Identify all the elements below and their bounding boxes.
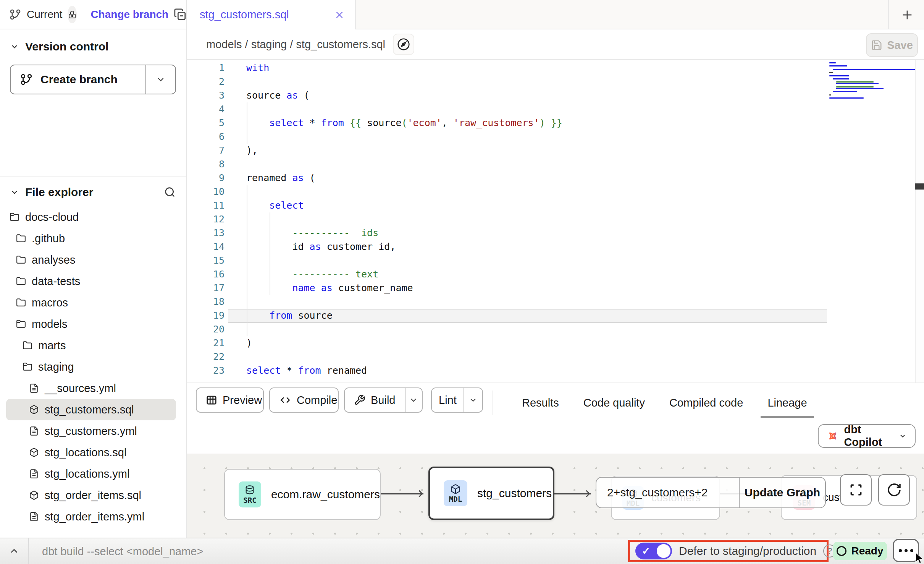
tree-item-models[interactable]: models xyxy=(6,313,176,335)
code-line-3[interactable]: source as ( xyxy=(246,89,562,102)
scrollbar-thumb[interactable] xyxy=(915,183,924,190)
lint-button[interactable]: Lint xyxy=(431,387,483,413)
code-line-20[interactable] xyxy=(246,323,562,336)
dbt-copilot-button[interactable]: dbt Copilot xyxy=(818,424,916,448)
code-line-7[interactable]: ), xyxy=(246,144,562,157)
code-line-22[interactable] xyxy=(246,350,562,364)
version-control-header[interactable]: Version control xyxy=(0,29,186,56)
lineage-selector-input[interactable]: 2+stg_customers+2 xyxy=(596,478,739,507)
command-input[interactable]: dbt build --select <model_name> xyxy=(42,538,203,564)
folder-open-icon xyxy=(23,362,32,372)
code-content[interactable]: with source as ( select * from {{ source… xyxy=(246,61,562,378)
code-line-5[interactable]: select * from {{ source('ecom', 'raw_cus… xyxy=(246,116,562,130)
folder-icon xyxy=(16,276,26,286)
create-branch-dropdown[interactable] xyxy=(145,65,175,94)
folder-icon xyxy=(16,255,26,265)
search-icon[interactable] xyxy=(164,186,176,198)
code-line-11[interactable]: select xyxy=(246,199,562,212)
code-line-19[interactable]: from source xyxy=(246,309,562,323)
version-control-title: Version control xyxy=(25,40,108,53)
node-label: ecom.raw_customers xyxy=(271,488,380,501)
code-line-13[interactable]: ---------- ids xyxy=(246,226,562,240)
code-line-4[interactable] xyxy=(246,102,562,116)
tree-item-stg-order-items-yml[interactable]: stg_order_items.yml xyxy=(6,506,176,527)
lineage-canvas[interactable]: SRC ecom.raw_customers MDL stg_customers… xyxy=(187,454,924,538)
tab-results[interactable]: Results xyxy=(510,383,571,422)
code-line-16[interactable]: ---------- text xyxy=(246,267,562,281)
code-editor[interactable]: 1234567891011121314151617181920212223 wi… xyxy=(187,60,924,383)
tree-item-stg-order-items-sql[interactable]: stg_order_items.sql xyxy=(6,485,176,506)
code-line-17[interactable]: name as customer_name xyxy=(246,281,562,295)
lineage-node-source[interactable]: SRC ecom.raw_customers xyxy=(224,469,381,520)
compile-button[interactable]: Compile xyxy=(269,387,339,413)
tree-item-stg-locations-yml[interactable]: stg_locations.yml xyxy=(6,463,176,485)
file-explorer-header[interactable]: File explorer xyxy=(0,177,186,203)
copy-icon[interactable] xyxy=(174,8,187,21)
tree-item-analyses[interactable]: analyses xyxy=(6,249,176,271)
branch-bar: Current Change branch xyxy=(0,0,186,29)
tree-item-marts[interactable]: marts xyxy=(6,335,176,356)
tree-item--github[interactable]: .github xyxy=(6,228,176,249)
tree-item-docs-cloud[interactable]: docs-cloud xyxy=(6,206,176,228)
chevron-up-icon[interactable] xyxy=(8,545,20,557)
minimap[interactable] xyxy=(829,62,916,104)
code-line-12[interactable] xyxy=(246,212,562,226)
preview-button[interactable]: Preview xyxy=(196,387,264,413)
code-line-15[interactable] xyxy=(246,254,562,267)
file-explorer: File explorer docs-cloud.githubanalysesd… xyxy=(0,176,186,538)
arrowhead-icon xyxy=(582,488,593,499)
defer-toggle[interactable]: ✓ xyxy=(635,543,672,559)
tree-item-stg-customers-yml[interactable]: stg_customers.yml xyxy=(6,420,176,442)
tree-item-label: docs-cloud xyxy=(25,211,79,224)
save-button[interactable]: Save xyxy=(866,33,918,57)
tree-item-macros[interactable]: macros xyxy=(6,292,176,313)
main-panel: stg_customers.sql models / staging / stg… xyxy=(187,0,924,538)
status-badge: Ready xyxy=(833,542,887,560)
copilot-compass-button[interactable] xyxy=(393,34,414,55)
lock-icon xyxy=(68,10,77,19)
code-line-14[interactable]: id as customer_id, xyxy=(246,240,562,254)
tree-item-staging[interactable]: staging xyxy=(6,356,176,378)
editor-scrollbar[interactable] xyxy=(915,60,924,382)
copilot-label: dbt Copilot xyxy=(844,423,893,449)
chevron-down-icon xyxy=(10,42,19,51)
create-branch-button[interactable]: Create branch xyxy=(10,65,176,94)
tree-item-stg-customers-sql[interactable]: stg_customers.sql xyxy=(6,399,176,420)
change-branch-link[interactable]: Change branch xyxy=(90,8,168,21)
code-line-18[interactable] xyxy=(246,295,562,309)
code-line-21[interactable]: ) xyxy=(246,336,562,350)
fullscreen-button[interactable] xyxy=(840,474,872,506)
folder-open-icon xyxy=(10,212,19,222)
tab-code-quality[interactable]: Code quality xyxy=(571,383,657,422)
lint-dropdown[interactable] xyxy=(464,388,482,412)
code-line-1[interactable]: with xyxy=(246,61,562,75)
code-icon xyxy=(279,394,291,406)
mouse-cursor xyxy=(914,553,924,564)
build-button[interactable]: Build xyxy=(344,387,423,413)
chevron-down-icon xyxy=(899,431,906,441)
new-tab-button[interactable] xyxy=(898,5,917,24)
tree-item-data-tests[interactable]: data-tests xyxy=(6,271,176,292)
tab-compiled-code[interactable]: Compiled code xyxy=(657,383,755,422)
tab-lineage[interactable]: Lineage xyxy=(755,383,819,422)
tab-bar: stg_customers.sql xyxy=(187,0,924,29)
build-dropdown[interactable] xyxy=(405,388,422,412)
lineage-node-stg-customers[interactable]: MDL stg_customers xyxy=(428,467,554,520)
tab-stg-customers[interactable]: stg_customers.sql xyxy=(187,0,356,29)
sidebar: Current Change branch Version control xyxy=(0,0,187,538)
refresh-button[interactable] xyxy=(878,474,910,506)
arrowhead-icon xyxy=(415,488,426,499)
code-line-23[interactable]: select * from renamed xyxy=(246,364,562,378)
breadcrumb-row: models / staging / stg_customers.sql Sav… xyxy=(187,29,924,60)
code-line-10[interactable] xyxy=(246,185,562,199)
close-icon[interactable] xyxy=(334,10,344,20)
tree-item-stg-locations-sql[interactable]: stg_locations.sql xyxy=(6,442,176,463)
node-label: stg_customers xyxy=(477,487,552,500)
code-line-6[interactable] xyxy=(246,130,562,144)
fullscreen-icon xyxy=(849,483,863,497)
code-line-8[interactable] xyxy=(246,157,562,171)
tree-item--sources-yml[interactable]: __sources.yml xyxy=(6,378,176,399)
code-line-2[interactable] xyxy=(246,75,562,89)
update-graph-button[interactable]: Update Graph xyxy=(739,478,825,507)
code-line-9[interactable]: renamed as ( xyxy=(246,171,562,185)
